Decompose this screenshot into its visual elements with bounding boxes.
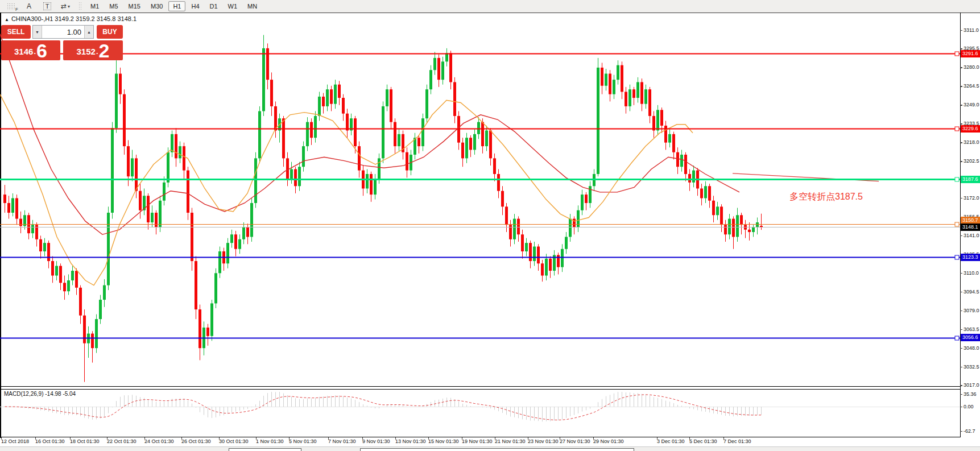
candle-down bbox=[684, 155, 687, 174]
candle-down bbox=[505, 206, 508, 225]
candle-up bbox=[71, 271, 74, 280]
chart-title: ▲▲ CHINA300-,H1CHINA300-,H1 3149.2 3159.… bbox=[5, 15, 137, 22]
price-tick-label: 3202.5 bbox=[964, 158, 980, 165]
candle-down bbox=[549, 259, 552, 271]
price-tick-label: 3079.0 bbox=[964, 307, 980, 315]
candle-up bbox=[43, 243, 46, 251]
price-tick-label: 3264.5 bbox=[964, 82, 980, 90]
candle-down bbox=[740, 215, 743, 225]
candle-up bbox=[421, 118, 424, 146]
date-label: 15 Nov 01:30 bbox=[428, 438, 459, 444]
date-label: 5 Dec 01:30 bbox=[689, 438, 717, 444]
candle-down bbox=[123, 94, 126, 146]
pane-separator-top[interactable] bbox=[0, 386, 960, 387]
candle-up bbox=[565, 237, 568, 249]
candle-up bbox=[314, 116, 317, 138]
candle-up bbox=[262, 48, 265, 111]
candle-down bbox=[461, 143, 464, 159]
candle-up bbox=[644, 89, 647, 104]
candle-down bbox=[621, 65, 623, 92]
candle-up bbox=[31, 225, 34, 233]
candle-down bbox=[708, 186, 711, 201]
candle-up bbox=[226, 243, 229, 263]
chart-tab[interactable] bbox=[229, 448, 301, 451]
candle-up bbox=[577, 210, 580, 227]
candle-down bbox=[469, 138, 472, 150]
candle-down bbox=[501, 191, 504, 207]
candle-down bbox=[453, 82, 456, 116]
candle-up bbox=[473, 134, 476, 150]
candle-up bbox=[545, 259, 548, 276]
line-handle[interactable] bbox=[955, 127, 959, 131]
buy-button[interactable]: BUY bbox=[97, 25, 123, 39]
candle-down bbox=[330, 89, 333, 104]
candle-up bbox=[441, 61, 444, 80]
candle-up bbox=[159, 201, 162, 227]
candle-up bbox=[728, 219, 731, 235]
line-handle[interactable] bbox=[955, 255, 959, 259]
candle-up bbox=[433, 58, 436, 70]
one-click-trading-panel: SELL ▼ ▲ BUY 3146.6 3152.2 bbox=[1, 25, 123, 60]
volume-stepper: ▼ ▲ bbox=[32, 25, 94, 39]
collapse-triangle-icon: ▲ bbox=[5, 17, 9, 22]
candle-up bbox=[218, 251, 221, 273]
candle-up bbox=[115, 74, 118, 129]
line-handle[interactable] bbox=[955, 177, 959, 181]
pane-separator-bottom[interactable] bbox=[0, 389, 960, 390]
candle-down bbox=[286, 158, 289, 179]
candle-up bbox=[613, 80, 615, 94]
date-label: 27 Nov 01:30 bbox=[560, 438, 590, 444]
sell-button[interactable]: SELL bbox=[1, 25, 31, 39]
candle-up bbox=[179, 146, 181, 158]
candle-down bbox=[338, 85, 341, 98]
candle-down bbox=[79, 288, 82, 316]
macd-signal-line bbox=[5, 395, 762, 420]
candle-down bbox=[394, 122, 396, 147]
buy-price-panel[interactable]: 3152.2 bbox=[63, 40, 123, 60]
candle-up bbox=[597, 68, 599, 174]
chart-tab[interactable] bbox=[360, 448, 634, 451]
line-handle[interactable] bbox=[955, 222, 959, 226]
candle-down bbox=[537, 247, 540, 264]
macd-tick-label: -62.7 bbox=[964, 428, 980, 435]
date-label: 21 Nov 01:30 bbox=[495, 438, 526, 444]
date-label: 16 Oct 01:30 bbox=[35, 438, 65, 444]
candle-up bbox=[167, 152, 169, 183]
candle-up bbox=[605, 74, 607, 86]
candle-up bbox=[617, 65, 619, 80]
sell-price-panel[interactable]: 3146.6 bbox=[1, 40, 60, 60]
volume-increase-button[interactable]: ▲ bbox=[84, 26, 93, 38]
candle-down bbox=[406, 152, 408, 171]
candle-down bbox=[632, 89, 635, 98]
current-price-chip: 3148.1 bbox=[961, 224, 980, 231]
date-label: 12 Oct 2018 bbox=[1, 438, 29, 444]
candle-down bbox=[664, 126, 667, 143]
candle-up bbox=[445, 53, 448, 61]
candle-down bbox=[322, 97, 325, 106]
candle-up bbox=[151, 213, 154, 222]
line-handle[interactable] bbox=[955, 336, 959, 340]
date-label: 22 Oct 01:30 bbox=[107, 438, 137, 444]
volume-input[interactable] bbox=[42, 26, 84, 38]
candle-up bbox=[318, 97, 321, 116]
candle-down bbox=[390, 89, 392, 122]
candle-down bbox=[75, 271, 78, 288]
candle-up bbox=[736, 215, 739, 237]
chart-canvas[interactable] bbox=[0, 0, 980, 451]
candle-up bbox=[692, 171, 695, 183]
level-price-chip: 3187.6 bbox=[961, 176, 980, 183]
candle-down bbox=[517, 219, 520, 235]
level-price-chip: 3229.6 bbox=[961, 125, 980, 133]
candle-down bbox=[266, 48, 269, 80]
line-handle[interactable] bbox=[955, 52, 959, 56]
date-label: 13 Nov 01:30 bbox=[395, 438, 426, 444]
volume-decrease-button[interactable]: ▼ bbox=[33, 26, 42, 38]
candle-down bbox=[246, 227, 249, 237]
candle-up bbox=[306, 122, 309, 147]
candle-up bbox=[477, 122, 480, 134]
chart-annotation-text: 多空转折点3187.5 bbox=[789, 191, 863, 203]
candle-down bbox=[270, 80, 273, 106]
candle-up bbox=[230, 234, 233, 243]
candle-up bbox=[656, 110, 659, 130]
candle-up bbox=[533, 247, 536, 262]
